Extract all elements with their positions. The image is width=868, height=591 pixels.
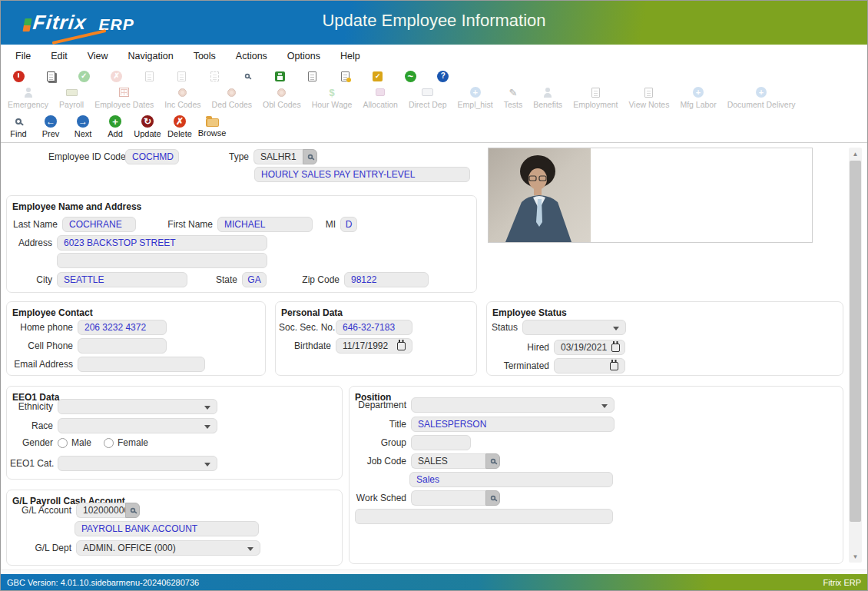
- browse-button[interactable]: Browse: [196, 113, 228, 138]
- gender-male-radio[interactable]: [58, 438, 68, 448]
- save-icon[interactable]: [263, 71, 297, 81]
- address-label: Address: [10, 237, 52, 248]
- next-button[interactable]: Next: [67, 113, 99, 138]
- gl-account-field[interactable]: 102000000: [76, 503, 125, 518]
- gl-account-lookup-button[interactable]: [125, 503, 140, 518]
- permissions-icon[interactable]: [329, 71, 362, 81]
- folder-icon: [206, 118, 219, 127]
- menu-edit[interactable]: Edit: [41, 51, 78, 61]
- cell-phone-field[interactable]: [78, 338, 167, 354]
- accept-icon[interactable]: [68, 71, 101, 82]
- cancel-icon[interactable]: [101, 71, 134, 82]
- birthdate-field[interactable]: 11/17/1992: [336, 338, 412, 354]
- email-field[interactable]: [78, 357, 205, 372]
- eeo1-cat-dropdown[interactable]: [58, 456, 217, 471]
- find-zoom-icon[interactable]: [231, 73, 264, 79]
- refresh-icon: [141, 115, 154, 128]
- menu-options[interactable]: Options: [277, 51, 330, 61]
- paste-icon[interactable]: [166, 71, 199, 81]
- print-icon[interactable]: [35, 71, 68, 81]
- module-payroll[interactable]: Payroll: [54, 85, 89, 109]
- menu-view[interactable]: View: [78, 51, 118, 61]
- address2-field[interactable]: [57, 253, 267, 268]
- module-emergency[interactable]: Emergency: [2, 85, 54, 109]
- task-check-icon[interactable]: [362, 71, 395, 81]
- first-name-label: First Name: [164, 219, 213, 230]
- module-employee-dates[interactable]: Employee Dates: [89, 85, 159, 109]
- menu-file[interactable]: File: [5, 51, 41, 61]
- ethnicity-dropdown[interactable]: [58, 399, 217, 414]
- type-field[interactable]: SALHR1: [253, 149, 303, 164]
- home-phone-field[interactable]: 206 3232 4372: [78, 320, 167, 335]
- race-label: Race: [10, 420, 53, 431]
- module-obl-codes[interactable]: Obl Codes: [257, 85, 306, 109]
- ssn-field[interactable]: 646-32-7183: [336, 320, 412, 335]
- first-name-field[interactable]: MICHAEL: [217, 217, 313, 232]
- group-field[interactable]: [411, 435, 471, 450]
- scrollbar-thumb[interactable]: [850, 161, 861, 522]
- copy-icon[interactable]: [133, 71, 166, 81]
- menu-actions[interactable]: Actions: [226, 51, 277, 61]
- terminated-field[interactable]: [554, 358, 625, 374]
- scroll-down-icon[interactable]: [849, 550, 862, 563]
- module-empl-hist[interactable]: Empl_hist: [452, 85, 499, 109]
- module-tests[interactable]: Tests: [499, 85, 528, 109]
- race-dropdown[interactable]: [58, 418, 217, 433]
- menu-help[interactable]: Help: [330, 51, 370, 61]
- find-button[interactable]: Find: [2, 113, 35, 138]
- add-button[interactable]: Add: [99, 113, 131, 138]
- hired-field[interactable]: 03/19/2021: [554, 340, 625, 355]
- menu-navigation[interactable]: Navigation: [118, 51, 184, 61]
- state-field[interactable]: GA: [242, 272, 267, 287]
- magnifier-icon: [130, 508, 134, 513]
- preview-icon[interactable]: [198, 71, 231, 81]
- status-dropdown[interactable]: [522, 320, 626, 335]
- module-view-notes[interactable]: View Notes: [623, 85, 674, 109]
- module-ded-codes[interactable]: Ded Codes: [207, 85, 258, 109]
- module-direct-dep[interactable]: Direct Dep: [403, 85, 452, 109]
- delete-button[interactable]: Delete: [164, 113, 196, 138]
- attachment-icon[interactable]: [297, 71, 330, 81]
- employee-id-field[interactable]: COCHMD: [125, 149, 179, 164]
- job-code-lookup-button[interactable]: [485, 453, 500, 469]
- calendar-icon[interactable]: [397, 342, 406, 350]
- gender-female-radio[interactable]: [104, 438, 114, 448]
- title-label: Title: [353, 419, 406, 430]
- help-icon[interactable]: [427, 71, 460, 82]
- menu-bar: File Edit View Navigation Tools Actions …: [1, 45, 867, 67]
- work-sched-label: Work Sched: [353, 493, 406, 503]
- calendar-icon[interactable]: [610, 362, 618, 370]
- gl-account-panel: G/L Payroll Cash Account G/L Account 102…: [6, 490, 343, 566]
- type-lookup-button[interactable]: [303, 149, 317, 164]
- module-inc-codes[interactable]: Inc Codes: [159, 85, 206, 109]
- work-sched-lookup-button[interactable]: [485, 490, 500, 506]
- address-field[interactable]: 6023 BACKSTOP STREET: [57, 235, 267, 251]
- last-name-field[interactable]: COCHRANE: [62, 217, 136, 232]
- module-mfg-labor[interactable]: Mfg Labor: [674, 85, 721, 109]
- module-document-delivery[interactable]: Document Delivery: [722, 85, 801, 109]
- employee-status-panel: Employee Status Status Hired 03/19/2021 …: [486, 301, 843, 376]
- department-dropdown[interactable]: [411, 397, 615, 413]
- city-field[interactable]: SEATTLE: [57, 272, 187, 287]
- module-allocation[interactable]: Allocation: [357, 85, 403, 109]
- menu-tools[interactable]: Tools: [184, 51, 226, 61]
- title-field[interactable]: SALESPERSON: [411, 417, 615, 432]
- power-exit-icon[interactable]: [2, 71, 35, 82]
- prev-button[interactable]: Prev: [35, 113, 67, 138]
- mi-field[interactable]: D: [340, 217, 357, 232]
- nav-toolbar: Find Prev Next Add Update Delete Browse: [1, 113, 867, 143]
- work-sched-field[interactable]: [411, 490, 485, 506]
- vertical-scrollbar[interactable]: [849, 148, 862, 563]
- module-benefits[interactable]: Benefits: [528, 85, 568, 109]
- gl-dept-dropdown[interactable]: ADMIN. OFFICE (000): [76, 540, 260, 556]
- scroll-up-icon[interactable]: [849, 148, 862, 160]
- zip-field[interactable]: 98122: [344, 272, 429, 287]
- module-hour-wage[interactable]: Hour Wage: [306, 85, 358, 109]
- update-button[interactable]: Update: [131, 113, 164, 138]
- type-description-field: HOURLY SALES PAY ENTRY-LEVEL: [254, 167, 470, 182]
- header-bar: Fitrix ERP Update Employee Information: [1, 1, 867, 45]
- job-code-field[interactable]: SALES: [411, 453, 485, 469]
- calendar-icon[interactable]: [611, 344, 620, 352]
- module-employment[interactable]: Employment: [568, 85, 623, 109]
- status-ok-icon[interactable]: [394, 71, 427, 82]
